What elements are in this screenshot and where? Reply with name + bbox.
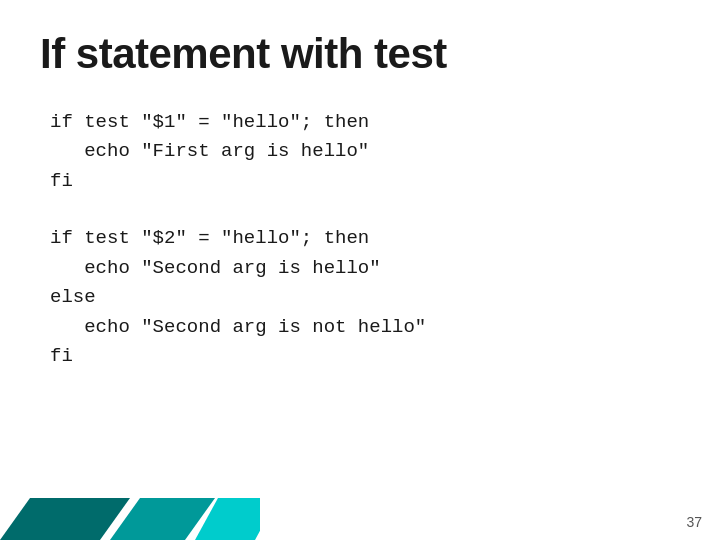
- bottom-decoration: [0, 498, 260, 540]
- slide-title: If statement with test: [40, 30, 680, 78]
- slide-number: 37: [686, 514, 702, 530]
- svg-marker-0: [0, 498, 130, 540]
- slide: If statement with test if test "$1" = "h…: [0, 0, 720, 540]
- title-area: If statement with test: [0, 0, 720, 98]
- decoration-svg: [0, 498, 260, 540]
- code-block-1: if test "$1" = "hello"; then echo "First…: [50, 108, 680, 196]
- content-area: if test "$1" = "hello"; then echo "First…: [0, 98, 720, 410]
- code-block-2: if test "$2" = "hello"; then echo "Secon…: [50, 224, 680, 371]
